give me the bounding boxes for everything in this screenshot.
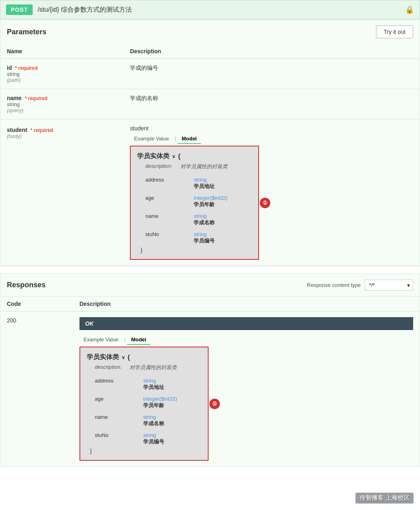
col-name-header: Name	[0, 44, 123, 59]
tab-example-value-responses[interactable]: Example Value	[79, 335, 122, 345]
model-title-params: 学员实体类 ∨ {	[137, 152, 252, 161]
endpoint-path: /stu/{id} 综合参数方式的测试方法	[38, 6, 400, 14]
model-box-params: 学员实体类 ∨ { description: 对学员属性的封装类	[130, 146, 259, 260]
model-section-params: Example Value | Model 学员实体类 ∨ {	[130, 134, 413, 260]
content-type-container: Response content type */*	[307, 280, 413, 291]
model-field-name-address-resp: address	[95, 378, 143, 384]
param-row-id: id * required string (path) 学成的编号	[0, 59, 420, 89]
model-field-type-age-resp: integer($int32)	[143, 396, 177, 402]
model-field-info-name-resp: string 学成名称	[143, 414, 164, 427]
model-field-desc-age-params: 学员年龄	[194, 201, 228, 208]
response-code-200: 200	[7, 317, 16, 324]
model-field-type-name-resp: string	[143, 414, 164, 420]
model-field-desc-name-params: 学成名称	[194, 219, 215, 226]
param-name-student: student * required	[7, 127, 53, 133]
content-type-select-wrapper[interactable]: */*	[365, 280, 413, 291]
model-field-name-params: name string 学成名称	[137, 211, 252, 229]
model-desc-row-params: description: 对学员属性的封装类	[137, 161, 252, 174]
param-type-name: string	[7, 101, 117, 107]
parameters-title: Parameters	[7, 28, 46, 36]
responses-header: Responses Response content type */*	[0, 274, 420, 297]
content-type-select[interactable]: */*	[365, 280, 413, 291]
model-field-desc-age-resp: 学员年龄	[143, 402, 177, 409]
model-field-stuno-resp: stuNo string 学员编号	[87, 430, 201, 448]
model-field-name-name-resp: name	[95, 414, 143, 420]
model-field-info-stuno-params: string 学员编号	[194, 231, 215, 245]
model-field-type-age-params: integer($int32)	[194, 195, 228, 201]
lock-icon: 🔒	[405, 5, 414, 14]
model-field-name-stuno-resp: stuNo	[95, 432, 143, 438]
model-field-desc-address-params: 学员地址	[194, 183, 215, 190]
model-field-type-stuno-params: string	[194, 231, 215, 237]
model-field-name-stuno-params: stuNo	[145, 231, 194, 237]
tab-model-responses[interactable]: Model	[127, 335, 150, 345]
param-desc-name: 学成的名称	[130, 95, 158, 101]
model-field-type-address-resp: string	[143, 378, 164, 384]
model-field-address-resp: address string 学员地址	[87, 375, 201, 393]
responses-section: Responses Response content type */* Code…	[0, 274, 420, 467]
model-field-desc-name-resp: 学成名称	[143, 420, 164, 427]
param-location-name: (query)	[7, 107, 117, 113]
param-type-id: string	[7, 71, 117, 77]
model-open-brace-responses: {	[127, 354, 130, 361]
model-tabs-params: Example Value | Model	[130, 134, 413, 144]
col-description-header: Description	[123, 44, 420, 59]
model-field-name-age-params: age	[145, 195, 194, 201]
try-it-out-button[interactable]: Try it out	[376, 25, 413, 38]
model-open-brace-params: {	[178, 153, 180, 160]
param-desc-student: student	[130, 125, 413, 132]
model-tabs-responses: Example Value | Model	[79, 335, 413, 345]
model-desc-value-params: 对学员属性的封装类	[180, 163, 228, 170]
model-field-desc-stuno-resp: 学员编号	[143, 438, 164, 445]
model-field-type-name-params: string	[194, 213, 215, 219]
model-title-responses: 学员实体类 ∨ {	[87, 353, 201, 362]
model-close-brace-params: }	[137, 247, 252, 253]
model-field-address-params: address string 学员地址	[137, 174, 252, 192]
model-desc-label-responses: description:	[95, 364, 121, 371]
model-field-desc-address-resp: 学员地址	[143, 384, 164, 391]
col-code-header: Code	[0, 297, 73, 311]
model-field-info-stuno-resp: string 学员编号	[143, 432, 164, 445]
parameters-section-header: Parameters Try it out	[0, 20, 420, 44]
parameters-section: Parameters Try it out Name Description i…	[0, 19, 420, 266]
param-row-name: name * required string (query) 学成的名称	[0, 89, 420, 119]
model-desc-row-responses: description: 对学员属性的封装类	[87, 362, 201, 375]
model-chevron-responses[interactable]: ∨	[121, 355, 125, 360]
param-row-student: student * required (body) student Exampl…	[0, 119, 420, 266]
model-field-age-resp: age integer($int32) 学员年龄	[87, 393, 201, 412]
param-required-student: * required	[30, 128, 53, 133]
model-field-name-address-params: address	[145, 177, 194, 183]
tab-model-params[interactable]: Model	[178, 134, 201, 144]
model-field-info-name-params: string 学成名称	[194, 213, 215, 226]
model-field-desc-stuno-params: 学员编号	[194, 237, 215, 245]
model-field-name-resp: name string 学成名称	[87, 412, 201, 430]
responses-table: Code Description 200 OK Example Value	[0, 297, 420, 466]
responses-title: Responses	[7, 281, 46, 289]
param-name-name: name * required	[7, 95, 47, 101]
model-title-text-params: 学员实体类	[137, 152, 169, 161]
model-field-info-address-params: string 学员地址	[194, 177, 215, 190]
watermark: 传智播客·上海校区	[355, 493, 414, 504]
model-field-age-params: age integer($int32) 学员年龄	[137, 192, 252, 211]
param-location-id: (path)	[7, 77, 117, 83]
page-wrapper: POST /stu/{id} 综合参数方式的测试方法 🔒 Parameters …	[0, 0, 420, 510]
param-required-id: * required	[15, 65, 38, 71]
model-field-stuno-params: stuNo string 学员编号	[137, 229, 252, 247]
model-field-type-address-params: string	[194, 177, 215, 183]
model-field-info-address-resp: string 学员地址	[143, 378, 164, 391]
col-desc-header: Description	[73, 297, 420, 311]
content-type-label: Response content type	[307, 282, 361, 288]
model-field-type-stuno-resp: string	[143, 432, 164, 438]
circle-badge-2: ②	[209, 399, 220, 409]
model-field-info-age-resp: integer($int32) 学员年龄	[143, 396, 177, 409]
model-close-brace-resp: }	[87, 448, 201, 454]
gap	[0, 266, 420, 274]
parameters-table: Name Description id * required string (p…	[0, 44, 420, 266]
method-badge: POST	[6, 4, 33, 15]
model-chevron-params[interactable]: ∨	[172, 154, 176, 159]
param-desc-id: 学成的编号	[130, 65, 158, 71]
tab-example-value-params[interactable]: Example Value	[130, 134, 173, 144]
response-row-200: 200 OK Example Value | Model	[0, 311, 420, 467]
param-name-id: id * required	[7, 65, 38, 71]
model-title-text-responses: 学员实体类	[87, 353, 119, 362]
